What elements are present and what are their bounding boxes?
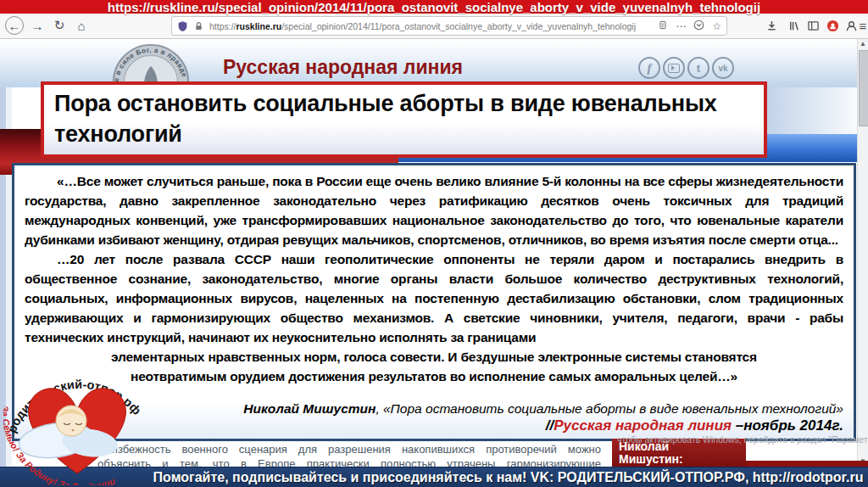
back-button[interactable]: ← [5, 16, 24, 35]
page-scrollbar[interactable]: ▲ ▼ [857, 38, 868, 467]
source-site: Русская народная линия [554, 417, 732, 434]
tracking-shield-icon[interactable] [177, 20, 188, 32]
parental-resistance-logo: родительский-отпор.рф За Семью! За Родин… [3, 356, 152, 485]
article-title-box: Пора остановить социальные аборты в виде… [41, 81, 767, 158]
reader-mode-icon[interactable] [658, 20, 668, 33]
url-text[interactable]: https://ruskline.ru/special_opinion/2014… [209, 21, 653, 31]
adblock-icon [826, 20, 839, 32]
slide: https://ruskline.ru/special_opinion/2014… [0, 0, 868, 487]
account-icon [845, 20, 858, 32]
quote-attribution: Николай Мишустин, «Пора остановить социа… [243, 400, 843, 434]
url-domain: ruskline.ru [236, 21, 282, 31]
scroll-up-icon[interactable]: ▲ [858, 40, 868, 48]
quote-paragraph-1: «…Все может случиться раньше, пока в Рос… [25, 171, 843, 249]
lock-icon [193, 20, 204, 32]
baby-mouth [72, 429, 75, 432]
quote-paragraph-2: …20 лет после развала СССР наши геополит… [25, 249, 843, 347]
slide-right-fade [767, 87, 868, 136]
top-url-banner: https://ruskline.ru/special_opinion/2014… [0, 0, 868, 14]
forward-icon: → [31, 19, 44, 33]
bottom-banner-text: Помогайте, подписывайтесь и присоединяйт… [153, 470, 864, 485]
social-icons: f t vk [638, 57, 734, 79]
refresh-icon: ↻ [54, 18, 65, 33]
site-title[interactable]: Русская народная линия [223, 56, 463, 79]
library-button[interactable] [785, 17, 802, 34]
bottom-right-red-strip [735, 461, 868, 467]
library-icon [787, 20, 800, 32]
hamburger-menu-icon: ≡ [860, 19, 867, 33]
sidebar-button[interactable] [804, 17, 821, 34]
twitter-icon[interactable]: t [687, 57, 709, 79]
home-button[interactable]: ⌂ [72, 16, 91, 35]
article-title: Пора остановить социальные аборты в виде… [54, 89, 754, 149]
address-bar[interactable]: https://ruskline.ru/special_opinion/2014… [171, 16, 727, 36]
source-slashes: // [546, 417, 554, 434]
facebook-icon[interactable]: f [638, 57, 660, 79]
menu-button[interactable]: ≡ [858, 17, 868, 34]
youtube-glyph [668, 64, 680, 73]
forward-button[interactable]: → [28, 16, 47, 35]
home-icon: ⌂ [77, 19, 85, 33]
account-button[interactable] [843, 17, 860, 34]
browser-toolbar: ← → ↻ ⌂ https://ruskline.ru/special_opin… [0, 14, 868, 39]
back-icon: ← [8, 19, 21, 33]
scrollbar-thumb[interactable] [859, 50, 868, 126]
refresh-button[interactable]: ↻ [50, 16, 69, 35]
windows-activation-watermark: чтобы активировать Windows, перейдите в … [617, 434, 868, 445]
quote-text: «…Все может случиться раньше, пока в Рос… [25, 171, 843, 386]
source-date: –ноябрь 2014г. [732, 417, 843, 434]
downloads-button[interactable] [763, 17, 780, 34]
url-scheme: https:// [209, 21, 236, 31]
download-icon [765, 20, 778, 32]
sidebar-icon [807, 20, 820, 32]
url-path: /special_opinion/2014/11/pora_ostanovit_… [281, 21, 636, 31]
pocket-icon[interactable] [693, 20, 704, 33]
author-last-name: Мишустин: [619, 453, 746, 466]
attribution-author: Николай Мишустин [243, 401, 376, 416]
bookmark-star-icon[interactable]: ☆ [712, 20, 721, 32]
attribution-title: , «Пора остановить социальные аборты в в… [376, 401, 843, 416]
vk-icon[interactable]: vk [712, 57, 734, 79]
adblock-button[interactable] [824, 17, 841, 34]
top-url-text: https://ruskline.ru/special_opinion/2014… [108, 1, 760, 14]
page-actions-icon[interactable]: ⋯ [676, 20, 686, 32]
youtube-icon[interactable] [663, 57, 685, 79]
